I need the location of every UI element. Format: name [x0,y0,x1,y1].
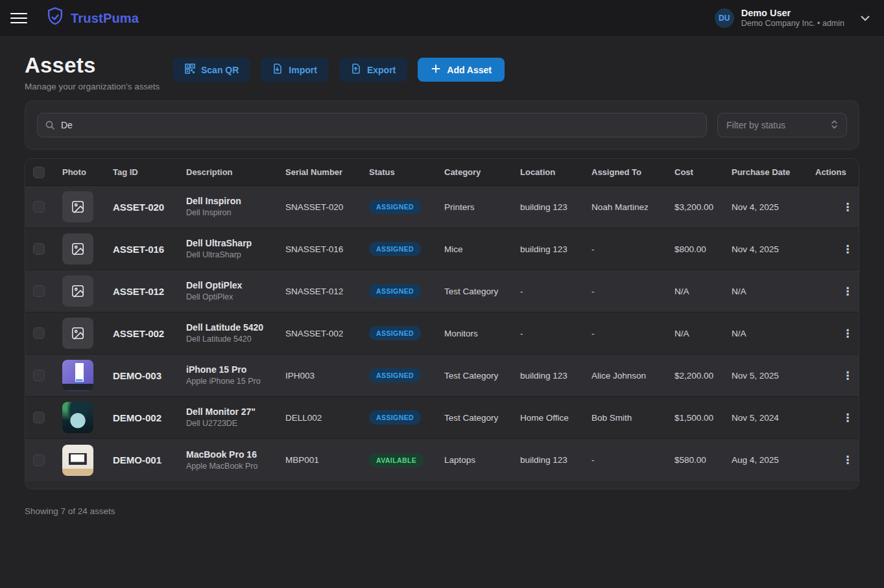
row-actions-menu-icon[interactable]: ⋮ [839,324,857,342]
asset-purchase-date: N/A [732,329,815,338]
asset-category: Test Category [444,287,520,296]
add-asset-button[interactable]: Add Asset [418,58,505,82]
scan-qr-label: Scan QR [201,65,239,75]
status-badge: ASSIGNED [369,242,421,256]
file-export-icon [351,64,361,76]
asset-cost: $1,500.00 [675,413,732,423]
asset-name: Dell Latitude 5420 [186,322,285,334]
asset-location: Home Office [520,413,591,423]
row-actions-menu-icon[interactable]: ⋮ [839,240,857,258]
asset-category: Printers [444,202,520,212]
table-row[interactable]: DEMO-001 MacBook Pro 16 Apple MacBook Pr… [25,439,859,481]
asset-assigned-to: Noah Martinez [591,202,675,212]
status-badge: ASSIGNED [369,368,421,382]
asset-category: Test Category [444,371,520,381]
row-actions-menu-icon[interactable]: ⋮ [839,451,857,469]
asset-serial: DELL002 [285,413,369,423]
shield-logo-icon [45,6,65,30]
column-header-purchase-date: Purchase Date [732,167,815,177]
brand[interactable]: TrustPuma [45,6,139,30]
asset-tag-id: ASSET-020 [113,202,186,213]
asset-rows: ASSET-020 Dell Inspiron Dell Inspiron SN… [25,186,859,481]
asset-cost: $2,200.00 [675,371,732,381]
row-checkbox[interactable] [33,327,45,339]
status-filter-select[interactable]: Filter by status [717,113,847,137]
asset-serial: MBP001 [285,455,369,465]
asset-cost: $3,200.00 [675,202,732,212]
row-actions-menu-icon[interactable]: ⋮ [839,198,857,216]
asset-serial: SNASSET-016 [285,244,369,254]
asset-category: Mice [444,244,520,254]
column-header-category: Category [444,167,520,177]
table-row[interactable]: DEMO-003 iPhone 15 Pro Apple iPhone 15 P… [25,355,859,397]
plus-icon [431,64,441,76]
asset-name: Dell Monitor 27" [186,406,285,418]
user-menu[interactable]: DU Demo User Demo Company Inc. • admin [715,7,870,29]
add-asset-label: Add Asset [447,65,492,75]
asset-purchase-date: Nov 4, 2025 [732,202,815,212]
asset-purchase-date: N/A [732,287,815,296]
select-all-checkbox[interactable] [33,167,45,178]
asset-serial: SNASSET-012 [285,287,369,296]
asset-photo [62,360,93,391]
row-checkbox[interactable] [33,412,45,423]
status-badge: ASSIGNED [369,410,421,425]
page-title: Assets [25,53,173,78]
asset-assigned-to: - [591,329,675,338]
asset-photo [62,276,93,307]
asset-tag-id: DEMO-003 [113,370,186,381]
asset-subtitle: Apple iPhone 15 Pro [186,376,285,387]
asset-photo [62,233,93,265]
user-meta: Demo Company Inc. • admin [741,19,844,29]
asset-tag-id: ASSET-012 [113,286,186,297]
column-header-description: Description [186,167,285,177]
table-row[interactable]: ASSET-020 Dell Inspiron Dell Inspiron SN… [25,186,859,228]
asset-tag-id: ASSET-002 [113,328,186,339]
table-row[interactable]: ASSET-002 Dell Latitude 5420 Dell Latitu… [25,312,859,355]
asset-assigned-to: - [591,455,675,465]
status-badge: ASSIGNED [369,284,421,298]
status-badge: AVAILABLE [369,453,424,467]
row-checkbox[interactable] [33,370,45,381]
menu-icon[interactable] [10,10,27,26]
asset-location: - [520,287,591,296]
row-checkbox[interactable] [33,454,45,466]
asset-name: MacBook Pro 16 [186,449,285,461]
select-chevrons-icon [831,119,838,132]
asset-serial: IPH003 [285,371,369,381]
scan-qr-button[interactable]: Scan QR [173,58,250,82]
table-row[interactable]: DEMO-002 Dell Monitor 27" Dell U2723DE D… [25,397,859,439]
export-button[interactable]: Export [339,58,407,82]
row-checkbox[interactable] [33,201,45,213]
asset-assigned-to: Bob Smith [591,413,675,423]
asset-name: iPhone 15 Pro [186,364,285,376]
asset-assigned-to: - [591,287,675,296]
import-button[interactable]: Import [261,58,329,82]
row-actions-menu-icon[interactable]: ⋮ [839,408,857,427]
user-name: Demo User [741,7,844,19]
import-label: Import [289,65,317,75]
asset-category: Test Category [444,413,520,423]
asset-purchase-date: Nov 5, 2025 [732,371,815,381]
row-actions-menu-icon[interactable]: ⋮ [839,282,857,300]
asset-location: building 123 [520,244,591,254]
row-checkbox[interactable] [33,243,45,255]
row-actions-menu-icon[interactable]: ⋮ [839,366,857,384]
table-row[interactable]: ASSET-016 Dell UltraSharp Dell UltraShar… [25,228,859,270]
column-header-status: Status [369,167,444,177]
asset-subtitle: Dell U2723DE [186,418,285,429]
row-checkbox[interactable] [33,285,45,297]
asset-serial: SNASSET-020 [285,202,369,212]
search-input[interactable] [37,113,707,137]
asset-photo [62,191,93,222]
asset-subtitle: Dell OptiPlex [186,292,285,303]
assets-table: Photo Tag ID Description Serial Number S… [25,158,859,489]
column-header-cost: Cost [675,167,732,177]
column-header-location: Location [520,167,591,177]
asset-category: Laptops [444,455,520,465]
filters-card: Filter by status [25,100,859,150]
results-summary: Showing 7 of 24 assets [25,506,859,516]
asset-name: Dell OptiPlex [186,279,285,292]
column-header-serial-number: Serial Number [285,167,369,177]
table-row[interactable]: ASSET-012 Dell OptiPlex Dell OptiPlex SN… [25,270,859,312]
